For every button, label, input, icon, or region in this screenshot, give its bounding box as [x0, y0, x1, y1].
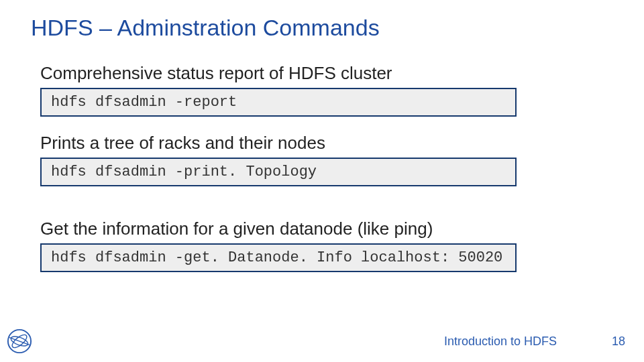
section-3-command: hdfs dfsadmin -get. Datanode. Info local…	[40, 243, 517, 272]
section-2: Prints a tree of racks and their nodes h…	[40, 133, 517, 186]
page-number: 18	[612, 335, 625, 349]
section-1-description: Comprehensive status report of HDFS clus…	[40, 63, 517, 84]
cern-logo-icon	[7, 328, 32, 354]
slide-title: HDFS – Adminstration Commands	[31, 15, 380, 41]
section-1-command: hdfs dfsadmin -report	[40, 88, 517, 117]
footer: Introduction to HDFS 18	[0, 330, 644, 357]
section-2-command: hdfs dfsadmin -print. Topology	[40, 158, 517, 186]
footer-title: Introduction to HDFS	[444, 335, 557, 349]
slide: HDFS – Adminstration Commands Comprehens…	[0, 0, 644, 362]
section-3: Get the information for a given datanode…	[40, 219, 517, 272]
section-3-description: Get the information for a given datanode…	[40, 219, 517, 239]
section-1: Comprehensive status report of HDFS clus…	[40, 63, 517, 117]
section-2-description: Prints a tree of racks and their nodes	[40, 133, 517, 154]
